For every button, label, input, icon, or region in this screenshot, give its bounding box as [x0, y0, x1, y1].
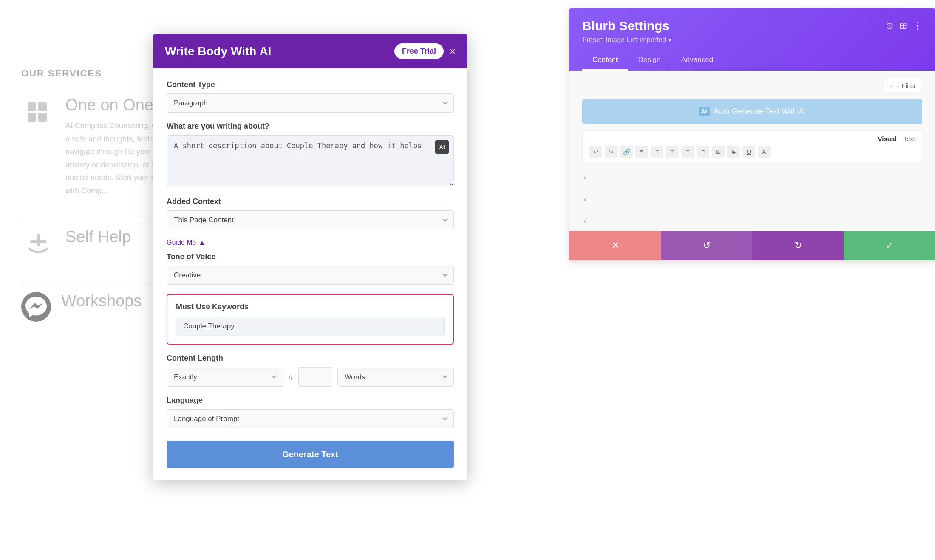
language-group: Language Language of Prompt English Span…: [167, 396, 454, 428]
bottom-action-bar: ✕ ↺ ↻ ✓: [570, 231, 935, 260]
writing-about-label: What are you writing about?: [167, 122, 454, 131]
added-context-label: Added Context: [167, 197, 454, 206]
svg-rect-5: [30, 240, 46, 243]
toolbar-visual-mode[interactable]: Visual: [878, 135, 897, 142]
ai-badge: AI: [435, 140, 449, 154]
keywords-input[interactable]: [176, 317, 445, 336]
content-length-words-select[interactable]: Words Sentences Paragraphs: [337, 368, 454, 387]
content-type-group: Content Type Paragraph Bullet Points Num…: [167, 80, 454, 113]
free-trial-badge: Free Trial: [394, 43, 444, 59]
added-context-select[interactable]: This Page Content None Custom: [167, 210, 454, 229]
blurb-title: Blurb Settings: [582, 19, 669, 33]
guide-me-label: Guide Me: [167, 239, 196, 246]
modal-header: Write Body With AI Free Trial ×: [153, 34, 468, 68]
toolbar-color-icon[interactable]: A: [758, 146, 771, 158]
toolbar-table-icon[interactable]: ⊞: [712, 146, 725, 158]
chevron-down-icon-1: ∨: [582, 172, 588, 181]
toolbar-align-justify-icon[interactable]: ≡: [697, 146, 709, 158]
ai-write-modal: Write Body With AI Free Trial × Content …: [153, 34, 468, 480]
content-length-label: Content Length: [167, 354, 454, 363]
more-icon[interactable]: ⋮: [913, 20, 922, 31]
settings-icon[interactable]: ⊙: [886, 20, 893, 31]
svg-rect-2: [38, 102, 47, 111]
guide-me-link[interactable]: Guide Me ▲: [167, 239, 454, 246]
blurb-preset[interactable]: Preset: Image Left imported ▾: [582, 36, 922, 44]
tab-content[interactable]: Content: [582, 51, 628, 71]
writing-about-group: What are you writing about? A short desc…: [167, 122, 454, 188]
toolbar-text-mode[interactable]: Text: [903, 135, 915, 142]
toolbar-align-center-icon[interactable]: ≡: [666, 146, 679, 158]
blurb-header-icons: ⊙ ⊞ ⋮: [886, 20, 922, 31]
collapse-section-2[interactable]: ∨: [582, 187, 922, 209]
filter-label: + Filter: [896, 82, 916, 89]
filter-bar: + + Filter: [582, 79, 922, 92]
content-type-label: Content Type: [167, 80, 454, 89]
modal-body: Content Type Paragraph Bullet Points Num…: [153, 68, 468, 480]
redo-button[interactable]: ↻: [752, 231, 844, 260]
tone-label: Tone of Voice: [167, 252, 454, 261]
editor-toolbar: Visual Text ↩ ↪ 🔗 ❝ ≡ ≡ ≡ ≡ ⊞ S̶ U A: [582, 130, 922, 162]
content-length-exactly-select[interactable]: Exactly Minimum Maximum Approximately: [167, 368, 283, 387]
chevron-down-icon-3: ∨: [582, 215, 588, 225]
keywords-section: Must Use Keywords: [167, 294, 454, 345]
content-length-number-input[interactable]: [298, 367, 332, 387]
language-select[interactable]: Language of Prompt English Spanish Frenc…: [167, 409, 454, 428]
service-workshops-title: Workshops: [61, 292, 142, 310]
messenger-icon: [21, 292, 51, 322]
writing-about-wrapper: A short description about Couple Therapy…: [167, 135, 454, 188]
toolbar-strikethrough-icon[interactable]: S̶: [727, 146, 740, 158]
keywords-label: Must Use Keywords: [176, 303, 445, 311]
toolbar-underline-icon[interactable]: U: [742, 146, 755, 158]
added-context-group: Added Context This Page Content None Cus…: [167, 197, 454, 229]
toolbar-undo-icon[interactable]: ↩: [589, 146, 602, 158]
svg-rect-3: [38, 113, 47, 122]
content-length-row: Exactly Minimum Maximum Approximately # …: [167, 367, 454, 387]
person-icon: [21, 96, 55, 130]
tab-advanced[interactable]: Advanced: [671, 51, 723, 71]
toolbar-icons-row: ↩ ↪ 🔗 ❝ ≡ ≡ ≡ ≡ ⊞ S̶ U A: [589, 146, 915, 158]
toolbar-align-left-icon[interactable]: ≡: [651, 146, 663, 158]
blurb-tabs: Content Design Advanced: [582, 51, 922, 71]
writing-about-textarea[interactable]: A short description about Couple Therapy…: [167, 135, 454, 186]
cancel-button[interactable]: ✕: [570, 231, 661, 260]
ai-icon: AI: [699, 107, 710, 116]
modal-title: Write Body With AI: [165, 45, 271, 58]
content-type-select[interactable]: Paragraph Bullet Points Numbered List Sh…: [167, 93, 454, 113]
tone-select[interactable]: Creative Professional Casual Formal Frie…: [167, 266, 454, 285]
auto-generate-button[interactable]: AI Auto Generate Text With AI: [582, 99, 922, 124]
auto-generate-label: Auto Generate Text With AI: [714, 107, 806, 116]
chevron-down-icon-2: ∨: [582, 194, 588, 203]
toolbar-align-right-icon[interactable]: ≡: [681, 146, 694, 158]
hash-symbol: #: [288, 372, 293, 382]
toolbar-redo-icon[interactable]: ↪: [605, 146, 618, 158]
modal-close-button[interactable]: ×: [450, 46, 456, 57]
service-self-help-title: Self Help: [65, 228, 131, 246]
guide-me-arrow-icon: ▲: [198, 239, 205, 246]
undo-button[interactable]: ↺: [661, 231, 752, 260]
confirm-button[interactable]: ✓: [844, 231, 935, 260]
generate-text-button[interactable]: Generate Text: [167, 441, 454, 468]
tone-group: Tone of Voice Creative Professional Casu…: [167, 252, 454, 285]
blurb-header: Blurb Settings ⊙ ⊞ ⋮ Preset: Image Left …: [570, 8, 935, 71]
tab-design[interactable]: Design: [628, 51, 671, 71]
svg-rect-0: [28, 102, 36, 111]
content-length-group: Content Length Exactly Minimum Maximum A…: [167, 354, 454, 387]
toolbar-link-icon[interactable]: 🔗: [620, 146, 633, 158]
blurb-settings-panel: Blurb Settings ⊙ ⊞ ⋮ Preset: Image Left …: [570, 8, 935, 260]
svg-rect-1: [28, 113, 36, 122]
language-label: Language: [167, 396, 454, 405]
collapse-section-1[interactable]: ∨: [582, 166, 922, 187]
filter-plus-icon: +: [890, 82, 894, 89]
toolbar-quote-icon[interactable]: ❝: [635, 146, 648, 158]
collapse-section-3[interactable]: ∨: [582, 209, 922, 231]
grid-icon[interactable]: ⊞: [899, 20, 907, 31]
filter-button[interactable]: + + Filter: [884, 79, 922, 92]
plus-hand-icon: [21, 228, 55, 262]
modal-header-right: Free Trial ×: [394, 43, 456, 59]
